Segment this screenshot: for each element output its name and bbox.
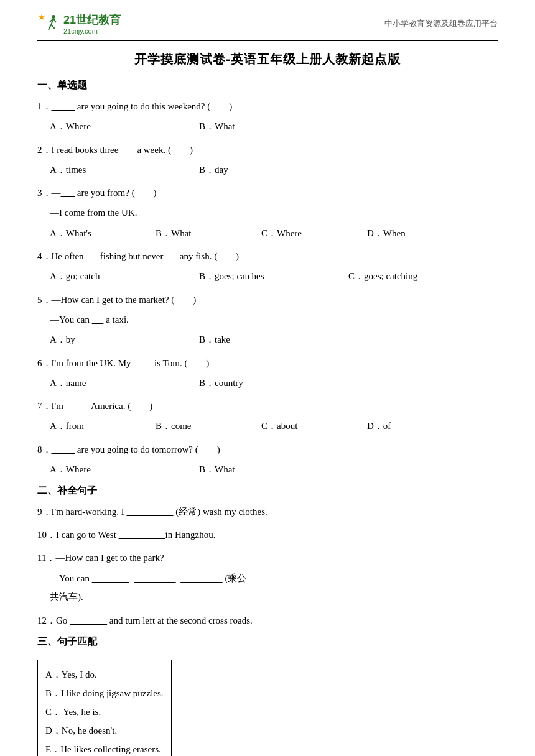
q3-num: 3． [37,188,52,198]
match-item-A: A．Yes, I do. [45,665,164,684]
q2-options: A．times B．day [50,161,498,179]
match-item-C: C． Yes, he is. [45,703,164,721]
section1-title: 一、单选题 [37,79,498,92]
q1-optA: A．Where [50,118,174,136]
site-name: 中小学教育资源及组卷应用平台 [384,18,498,29]
q5-text: 5．—How can I get to the market? ( ) [37,292,498,308]
q10-num: 10． [37,530,56,540]
logo-text-block: 21世纪教育 21cnjy.com [63,12,121,35]
q12-text: 12．Go and turn left at the second cross … [37,612,498,629]
logo-icon [37,12,60,35]
q4-optA: A．go; catch [50,267,174,285]
question-9: 9．I'm hard-working. I (经常) wash my cloth… [37,504,498,520]
main-title: 开学摸底测试卷-英语五年级上册人教新起点版 [37,51,498,68]
question-6: 6．I'm from the UK. My is Tom. ( ) A．name… [37,355,498,392]
q11-sub2: 共汽车). [50,588,498,606]
q4-options: A．go; catch B．goes; catches C．goes; catc… [50,267,498,285]
question-5: 5．—How can I get to the market? ( ) —You… [37,292,498,349]
q8-optB: B．What [199,461,323,479]
q7-options: A．from B．come C．about D．of [50,417,498,435]
logo-sub-text: 21cnjy.com [63,27,121,35]
q2-text: 2．I read books three a week. ( ) [37,142,498,159]
q1-num: 1． [37,101,52,111]
q7-num: 7． [37,401,52,411]
q5-sub: —You can a taxi. [50,311,498,329]
q6-options: A．name B．country [50,374,498,392]
q7-text: 7．I'm America. ( ) [37,398,498,415]
match-item-E: E．He likes collecting erasers. [45,740,164,756]
q8-optA: A．Where [50,461,174,479]
match-item-B: B．I like doing jigsaw puzzles. [45,684,164,703]
logo-area: 21世纪教育 21cnjy.com [37,12,121,35]
question-1: 1． are you going to do this weekend? ( )… [37,98,498,136]
svg-point-1 [52,15,55,19]
q2-optB: B．day [199,161,323,179]
q1-optB: B．What [199,118,323,136]
q4-optB: B．goes; catches [199,267,323,285]
match-item-D: D．No, he doesn't. [45,721,164,740]
q2-optA: A．times [50,161,174,179]
question-11: 11．—How can I get to the park? —You can … [37,550,498,606]
question-7: 7．I'm America. ( ) A．from B．come C．about… [37,398,498,435]
q5-options: A．by B．take [50,331,498,349]
q6-optA: A．name [50,374,174,392]
q4-optC: C．goes; catching [348,267,473,285]
q3-text: 3．— are you from? ( ) [37,185,498,201]
q6-optB: B．country [199,374,323,392]
q5-num: 5． [37,295,52,305]
section3-title: 三、句子匹配 [37,635,498,648]
header: 21世纪教育 21cnjy.com 中小学教育资源及组卷应用平台 [37,12,498,41]
q6-text: 6．I'm from the UK. My is Tom. ( ) [37,355,498,372]
q1-text: 1． are you going to do this weekend? ( ) [37,98,498,115]
q9-text: 9．I'm hard-working. I (经常) wash my cloth… [37,504,498,520]
q10-text: 10．I can go to West in Hangzhou. [37,527,498,543]
q4-num: 4． [37,251,52,261]
q11-text: 11．—How can I get to the park? [37,550,498,566]
q12-num: 12． [37,615,56,625]
q8-options: A．Where B．What [50,461,498,479]
q3-optB: B．What [156,224,236,242]
q6-num: 6． [37,358,52,368]
svg-rect-0 [37,12,60,35]
section2-title: 二、补全句子 [37,484,498,497]
question-10: 10．I can go to West in Hangzhou. [37,527,498,543]
q7-optD: D．of [367,417,448,435]
q7-optB: B．come [156,417,236,435]
q11-sub: —You can (乘公 [50,569,498,588]
q4-text: 4．He often fishing but never any fish. (… [37,248,498,265]
question-4: 4．He often fishing but never any fish. (… [37,248,498,285]
q2-num: 2． [37,145,52,155]
logo-main-text: 21世纪教育 [63,12,121,27]
q3-optD: D．When [367,224,448,242]
q8-num: 8． [37,445,52,454]
q11-num: 11． [37,553,55,563]
q3-optC: C．Where [261,224,342,242]
q8-text: 8． are you going to do tomorrow? ( ) [37,441,498,458]
question-3: 3．— are you from? ( ) —I come from the U… [37,185,498,242]
q3-optA: A．What's [50,224,131,242]
q7-optC: C．about [261,417,342,435]
match-box: A．Yes, I do. B．I like doing jigsaw puzzl… [37,660,172,756]
q3-sub: —I come from the UK. [50,204,498,222]
question-8: 8． are you going to do tomorrow? ( ) A．W… [37,441,498,479]
q3-options: A．What's B．What C．Where D．When [50,224,498,242]
question-2: 2．I read books three a week. ( ) A．times… [37,142,498,179]
q5-optA: A．by [50,331,174,349]
q9-num: 9． [37,507,52,517]
q5-optB: B．take [199,331,323,349]
q1-options: A．Where B．What [50,118,498,136]
question-12: 12．Go and turn left at the second cross … [37,612,498,629]
q7-optA: A．from [50,417,131,435]
page: 21世纪教育 21cnjy.com 中小学教育资源及组卷应用平台 开学摸底测试卷… [0,0,535,756]
